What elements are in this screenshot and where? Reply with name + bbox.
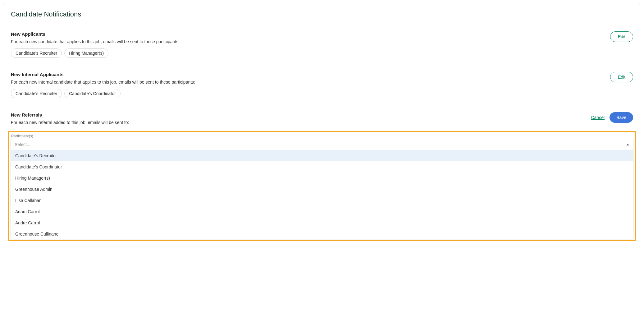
section-title: New Referrals [11,112,591,117]
section-description: For each new referral added to this job,… [11,120,591,125]
dropdown-option[interactable]: Lisa Callahan [11,195,633,206]
section-header: New Internal Applicants For each new int… [11,72,633,98]
section-new-referrals: New Referrals For each new referral adde… [11,105,633,241]
participant-pills: Candidate's Recruiter Hiring Manager(s) [11,48,610,58]
participant-pill: Candidate's Recruiter [11,48,62,58]
participants-highlight-box: Participant(s) Select... Candidate's Rec… [8,131,636,241]
candidate-notifications-panel: Candidate Notifications New Applicants F… [4,4,640,247]
cancel-link[interactable]: Cancel [591,115,605,120]
dropdown-option[interactable]: Candidate's Recruiter [11,150,633,161]
dropdown-scroll[interactable]: Candidate's Recruiter Candidate's Coordi… [11,150,633,240]
edit-button[interactable]: Edit [610,31,633,42]
participant-pills: Candidate's Recruiter Candidate's Coordi… [11,89,610,98]
dropdown-option[interactable]: Andre Carrol [11,217,633,228]
dropdown-option[interactable]: Greenhouse Cullinane [11,228,633,240]
section-new-internal-applicants: New Internal Applicants For each new int… [11,65,633,105]
section-header-left: New Internal Applicants For each new int… [11,72,610,98]
dropdown-option[interactable]: Candidate's Coordinator [11,161,633,172]
section-header-left: New Applicants For each new candidate th… [11,31,610,58]
participant-pill: Candidate's Coordinator [64,89,121,98]
save-button[interactable]: Save [610,112,633,123]
action-row: Cancel Save [591,112,633,123]
select-placeholder: Select... [15,142,30,147]
dropdown-option[interactable]: Greenhouse Admin [11,184,633,195]
participant-pill: Candidate's Recruiter [11,89,62,98]
participant-pill: Hiring Manager(s) [64,48,108,58]
section-new-applicants: New Applicants For each new candidate th… [11,27,633,65]
participants-field-label: Participant(s) [11,134,633,138]
participants-dropdown: Candidate's Recruiter Candidate's Coordi… [11,150,633,240]
section-header: New Applicants For each new candidate th… [11,31,633,58]
section-header-left: New Referrals For each new referral adde… [11,112,591,129]
section-title: New Applicants [11,31,610,37]
section-description: For each new internal candidate that app… [11,80,610,85]
caret-up-icon [626,144,629,145]
section-title: New Internal Applicants [11,72,610,77]
edit-button[interactable]: Edit [610,72,633,82]
section-header: New Referrals For each new referral adde… [11,112,633,129]
section-description: For each new candidate that applies to t… [11,39,610,44]
dropdown-option[interactable]: Adam Carrol [11,206,633,217]
page-title: Candidate Notifications [11,10,633,18]
participants-select[interactable]: Select... [11,139,633,150]
dropdown-option[interactable]: Hiring Manager(s) [11,172,633,184]
